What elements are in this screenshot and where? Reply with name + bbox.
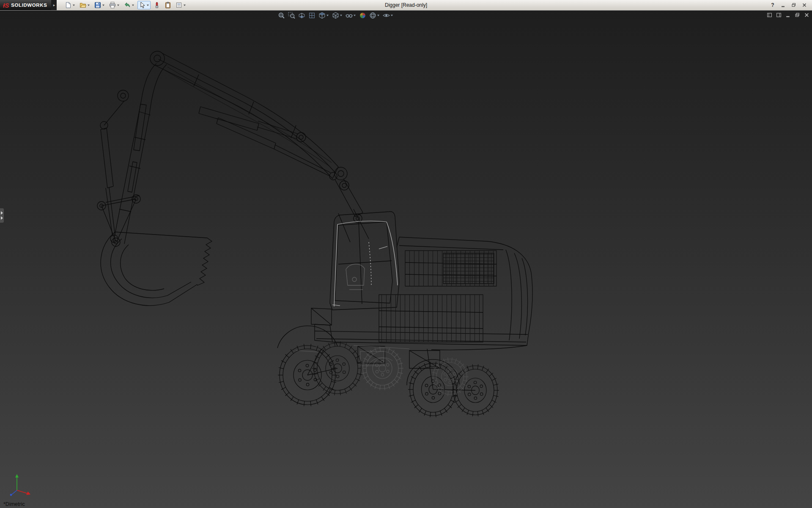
wheels-wireframe (278, 341, 499, 417)
options-icon (176, 2, 182, 8)
view-settings-icon (383, 12, 390, 19)
orthographic-view-icon (308, 12, 315, 19)
reference-tool-icon (154, 2, 160, 8)
dropdown-caret-icon[interactable] (87, 4, 90, 6)
zoom-to-area-icon (288, 12, 295, 19)
help-button[interactable]: ? (769, 2, 776, 8)
close-button[interactable] (801, 2, 808, 8)
view-orientation-label: *Dimetric (3, 501, 25, 507)
split-pane-right-button[interactable] (776, 12, 782, 18)
reference-tool-button[interactable] (152, 1, 162, 9)
hide-show-items-icon (346, 12, 353, 19)
main-toolbar (63, 1, 187, 9)
zoom-to-fit-button[interactable] (277, 11, 285, 19)
zoom-to-fit-icon (278, 12, 285, 19)
dropdown-caret-icon[interactable] (183, 4, 186, 6)
new-document-icon (65, 2, 71, 8)
dropdown-caret-icon[interactable] (146, 4, 149, 6)
apply-scene-icon (369, 12, 376, 19)
dropdown-caret-icon[interactable] (353, 14, 356, 17)
orientation-triad (7, 472, 34, 496)
dropdown-caret-icon[interactable] (132, 4, 134, 6)
display-style-icon (332, 12, 339, 19)
select-button[interactable] (137, 1, 151, 9)
expand-arrow-icon (1, 216, 3, 220)
view-settings-button[interactable] (382, 11, 394, 19)
solidworks-logo[interactable]: ƗS SOLIDWORKS (0, 0, 51, 10)
window-controls: ? (769, 2, 812, 8)
panel-expand-tab[interactable] (0, 208, 4, 223)
doc-restore-button[interactable] (794, 12, 800, 18)
select-icon (139, 2, 145, 8)
boom-arm-wireframe (100, 51, 363, 244)
new-document-button[interactable] (63, 1, 77, 9)
dropdown-caret-icon[interactable] (102, 4, 105, 6)
print-button[interactable] (108, 1, 121, 9)
brand-text: SOLIDWORKS (11, 3, 47, 8)
heads-up-view-toolbar (277, 11, 394, 19)
undo-icon (124, 2, 131, 8)
title-bar: ƗS SOLIDWORKS ▸ Digger [Read-only] ? (0, 0, 812, 11)
open-button[interactable] (78, 1, 91, 9)
view-orientation-button[interactable] (318, 11, 329, 19)
view-orientation-icon (318, 12, 326, 19)
save-button[interactable] (93, 1, 106, 9)
section-view-button[interactable] (298, 11, 306, 19)
dropdown-caret-icon[interactable] (340, 14, 343, 17)
doc-minimize-button[interactable] (785, 12, 791, 18)
expand-arrow-icon (1, 211, 3, 215)
undo-button[interactable] (123, 1, 136, 9)
doc-close-button[interactable] (804, 12, 809, 18)
graphics-viewport[interactable]: *Dimetric (0, 10, 812, 508)
document-window-controls (766, 12, 809, 18)
menu-expand-arrow[interactable]: ▸ (51, 0, 57, 10)
print-icon (109, 2, 116, 8)
save-icon (94, 2, 101, 8)
hide-show-items-button[interactable] (345, 11, 357, 19)
section-view-icon (298, 12, 305, 19)
options-button[interactable] (174, 1, 187, 9)
display-style-button[interactable] (332, 11, 343, 19)
body-wireframe (277, 237, 532, 390)
open-icon (80, 2, 86, 8)
orthographic-view-button[interactable] (308, 11, 316, 19)
solidworks-logo-icon: ƗS (3, 2, 9, 8)
bucket-wireframe (97, 195, 212, 306)
edit-appearance-button[interactable] (359, 11, 367, 19)
properties-button[interactable] (163, 1, 173, 9)
dropdown-caret-icon[interactable] (390, 14, 393, 17)
dropdown-caret-icon[interactable] (72, 4, 75, 6)
properties-icon (165, 2, 171, 8)
restore-button[interactable] (790, 2, 797, 8)
digger-wireframe-model[interactable] (0, 10, 812, 508)
dropdown-caret-icon[interactable] (326, 14, 329, 17)
edit-appearance-icon (359, 12, 366, 19)
minimize-button[interactable] (780, 2, 787, 8)
dropdown-caret-icon[interactable] (117, 4, 120, 6)
dropdown-caret-icon[interactable] (377, 14, 380, 17)
zoom-to-area-button[interactable] (288, 11, 296, 19)
split-pane-left-button[interactable] (766, 12, 772, 18)
apply-scene-button[interactable] (369, 11, 380, 19)
